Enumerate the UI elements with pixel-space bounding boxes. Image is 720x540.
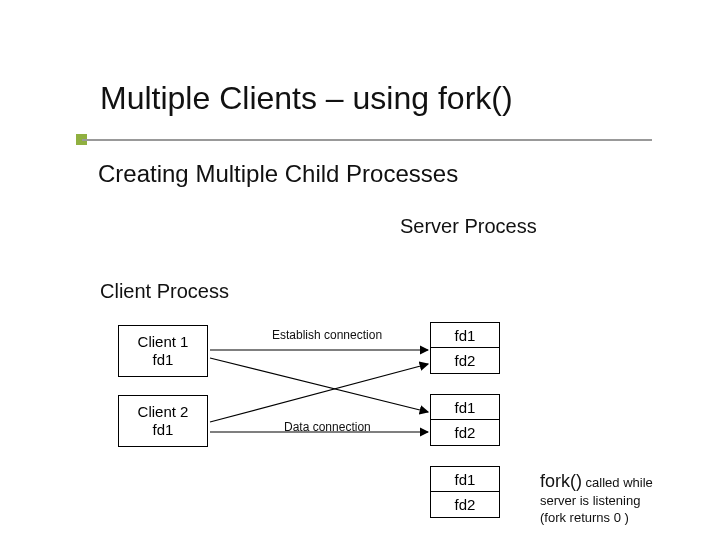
fd-group2-fd2: fd2: [430, 420, 500, 446]
client2-box: Client 2 fd1: [118, 395, 208, 447]
fd-group1-fd1: fd1: [430, 322, 500, 348]
slide-title: Multiple Clients – using fork(): [100, 80, 513, 117]
client2-fd: fd1: [153, 421, 174, 439]
fd-group3-fd1: fd1: [430, 466, 500, 492]
client-process-label: Client Process: [100, 280, 229, 303]
client2-name: Client 2: [138, 403, 189, 421]
fork-line2: server is listening: [540, 493, 640, 508]
fd-group-3: fd1 fd2: [430, 466, 500, 518]
fd-group3-fd2: fd2: [430, 492, 500, 518]
fork-caption: fork() called while server is listening …: [540, 470, 653, 527]
fd-group1-fd2: fd2: [430, 348, 500, 374]
svg-line-2: [210, 364, 428, 422]
client1-fd: fd1: [153, 351, 174, 369]
fd-group-2: fd1 fd2: [430, 394, 500, 446]
svg-line-1: [210, 358, 428, 412]
title-underline: [82, 139, 652, 141]
fd-group2-fd1: fd1: [430, 394, 500, 420]
fork-rest1: called while: [582, 475, 653, 490]
fd-group-1: fd1 fd2: [430, 322, 500, 374]
fork-line3: (fork returns 0 ): [540, 510, 629, 525]
establish-connection-label: Establish connection: [272, 328, 382, 342]
client1-box: Client 1 fd1: [118, 325, 208, 377]
data-connection-label: Data connection: [284, 420, 371, 434]
fork-fn: fork(): [540, 471, 582, 491]
slide-subtitle: Creating Multiple Child Processes: [98, 160, 458, 188]
client1-name: Client 1: [138, 333, 189, 351]
server-process-label: Server Process: [400, 215, 537, 238]
